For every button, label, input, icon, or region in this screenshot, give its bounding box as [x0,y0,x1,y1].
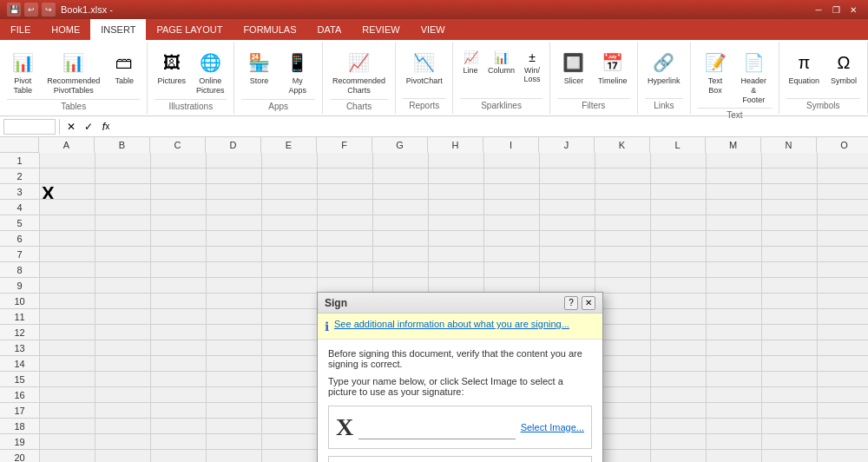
pivottable-btn[interactable]: 📊 PivotTable [5,47,40,97]
ribbon-tabs: FILE HOME INSERT PAGE LAYOUT FORMULAS DA… [0,19,868,40]
store-icon: 🏪 [245,49,273,76]
symbol-label: Symbol [831,76,857,86]
ribbon-group-sparklines: 📈 Line 📊 Column ± Win/Loss Sparklines [453,42,550,114]
my-apps-icon: 📱 [284,49,312,76]
pictures-label: Pictures [157,76,186,86]
store-btn[interactable]: 🏪 Store [241,47,276,88]
header-footer-btn[interactable]: 📄 Header& Footer [736,47,771,106]
signature-area: X Select Image... [328,406,592,449]
tables-group-label: Tables [7,99,140,111]
tab-data[interactable]: DATA [307,19,352,40]
restore-btn[interactable]: ❐ [828,3,844,16]
textbox-btn[interactable]: 📝 TextBox [698,47,733,97]
slicer-label: Slicer [564,76,584,86]
ribbon-group-symbols: π Equation Ω Symbol Symbols [779,42,868,114]
tab-page-layout[interactable]: PAGE LAYOUT [146,19,233,40]
sign-dialog: Sign ? ✕ ℹ See additional information ab… [317,292,603,462]
filters-group-label: Filters [557,98,630,110]
symbol-icon: Ω [830,49,858,76]
charts-group-label: Charts [330,99,388,111]
pictures-btn[interactable]: 🖼 Pictures [154,47,189,88]
info-link[interactable]: See additional information about what yo… [334,319,569,329]
dialog-close-btn[interactable]: ✕ [582,296,595,310]
instruction-text: Type your name below, or click Select Im… [328,376,592,397]
header-footer-icon: 📄 [740,49,767,76]
rec-pivottable-label: RecommendedPivotTables [47,76,100,96]
tab-view[interactable]: VIEW [411,19,456,40]
confirm-formula-btn[interactable]: ✓ [81,119,96,135]
winloss-icon: ± [523,49,541,66]
tab-file[interactable]: FILE [0,19,41,40]
pivottable-icon: 📊 [9,49,36,76]
dialog-help-btn[interactable]: ? [564,296,578,310]
my-apps-btn[interactable]: 📱 My Apps [279,47,314,97]
name-box[interactable] [3,119,56,135]
redo-icon[interactable]: ↪ [42,3,56,16]
apps-group-label: Apps [241,99,314,111]
online-pictures-btn[interactable]: 🌐 OnlinePictures [193,47,228,97]
tab-review[interactable]: REVIEW [352,19,410,40]
ribbon-group-text: 📝 TextBox 📄 Header& Footer Text [691,42,779,114]
modal-info-bar: ℹ See additional information about what … [318,314,602,340]
equation-btn[interactable]: π Equation [786,47,824,88]
text-group-label: Text [698,108,771,120]
tab-home[interactable]: HOME [41,19,90,40]
ribbon-group-apps: 🏪 Store 📱 My Apps Apps [234,42,322,114]
rec-charts-label: RecommendedCharts [332,76,385,96]
minimize-btn[interactable]: ─ [811,3,826,16]
timeline-label: Timeline [598,76,628,86]
line-label: Line [464,66,478,75]
modal-overlay: Sign ? ✕ ℹ See additional information ab… [0,137,868,462]
symbols-group-label: Symbols [786,98,860,110]
hyperlink-icon: 🔗 [650,49,678,76]
info-icon: ℹ [325,320,329,333]
table-btn[interactable]: 🗃 Table [107,47,141,88]
title-bar: 💾 ↩ ↪ Book1.xlsx - ─ ❐ ✕ [0,0,868,19]
textbox-label: TextBox [708,76,723,96]
verify-text: Before signing this document, verify tha… [328,348,592,369]
textbox-icon: 📝 [701,49,729,76]
store-label: Store [250,76,269,86]
formula-divider [59,119,60,135]
ribbon-group-reports: 📉 PivotChart Reports [396,42,453,114]
rec-pivottable-icon: 📊 [60,49,88,76]
ribbon-content: 📊 PivotTable 📊 RecommendedPivotTables 🗃 … [0,40,868,116]
pivotchart-btn[interactable]: 📉 PivotChart [403,47,446,88]
timeline-icon: 📅 [599,49,627,76]
pivottable-label: PivotTable [13,76,32,96]
select-image-btn[interactable]: Select Image... [521,422,584,432]
column-sparkline-icon: 📊 [493,49,510,66]
tab-insert[interactable]: INSERT [90,19,146,40]
modal-body: Before signing this document, verify tha… [318,340,602,462]
tab-formulas[interactable]: FORMULAS [233,19,306,40]
formula-input[interactable] [115,122,865,132]
line-icon: 📈 [462,49,479,66]
pictures-icon: 🖼 [158,49,186,76]
hyperlink-btn[interactable]: 🔗 Hyperlink [644,47,684,88]
cancel-formula-btn[interactable]: ✕ [63,119,79,135]
sig-line-area [328,456,592,462]
column-sparkline-btn[interactable]: 📊 Column [485,47,517,76]
save-icon[interactable]: 💾 [7,3,21,16]
my-apps-label: My Apps [283,76,311,96]
insert-function-btn[interactable]: fx [98,119,114,135]
column-sparkline-label: Column [488,66,515,75]
winloss-btn[interactable]: ± Win/Loss [521,47,543,85]
winloss-label: Win/Loss [524,66,541,83]
undo-icon[interactable]: ↩ [24,3,38,16]
ribbon-group-tables: 📊 PivotTable 📊 RecommendedPivotTables 🗃 … [0,42,148,114]
recommended-pivottables-btn[interactable]: 📊 RecommendedPivotTables [43,47,103,97]
sig-x-mark: X [336,413,353,441]
pivotchart-icon: 📉 [411,49,438,76]
reports-group-label: Reports [403,98,445,110]
links-group-label: Links [645,98,683,110]
header-footer-label: Header& Footer [740,76,767,104]
symbol-btn[interactable]: Ω Symbol [826,47,861,88]
recommended-charts-btn[interactable]: 📈 RecommendedCharts [329,47,389,97]
line-btn[interactable]: 📈 Line [459,47,482,76]
timeline-btn[interactable]: 📅 Timeline [595,47,631,88]
close-btn[interactable]: ✕ [845,3,861,16]
signature-input[interactable] [358,415,515,439]
window-title: Book1.xlsx - [61,4,113,15]
slicer-btn[interactable]: 🔲 Slicer [556,47,591,88]
